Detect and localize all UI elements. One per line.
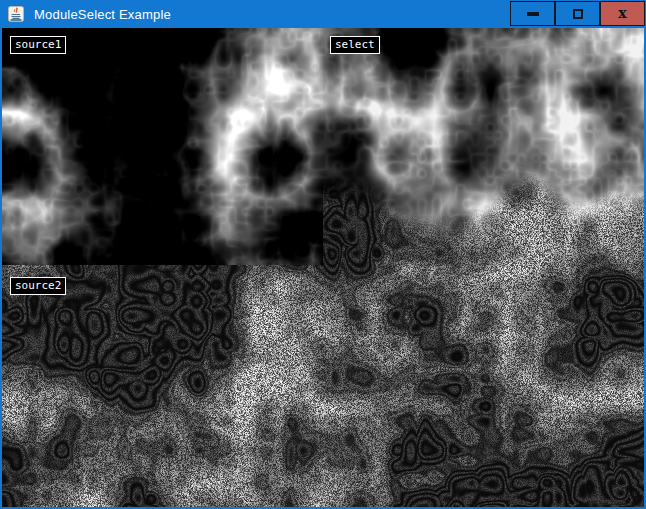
minimize-button[interactable] [510,1,555,26]
titlebar[interactable]: ModuleSelect Example x [0,0,646,28]
label-select: select [330,36,380,54]
window-title: ModuleSelect Example [34,7,171,22]
maximize-icon [573,9,583,19]
app-window: ModuleSelect Example x source1 select so… [0,0,646,509]
window-controls: x [510,1,645,26]
java-app-icon[interactable] [8,6,24,22]
maximize-button[interactable] [555,1,600,26]
minimize-icon [527,12,539,16]
noise-canvas [2,28,644,507]
label-source2: source2 [10,277,66,295]
label-source1: source1 [10,36,66,54]
close-button[interactable]: x [600,1,645,26]
render-area: source1 select source2 [2,28,644,507]
close-icon: x [618,6,626,20]
